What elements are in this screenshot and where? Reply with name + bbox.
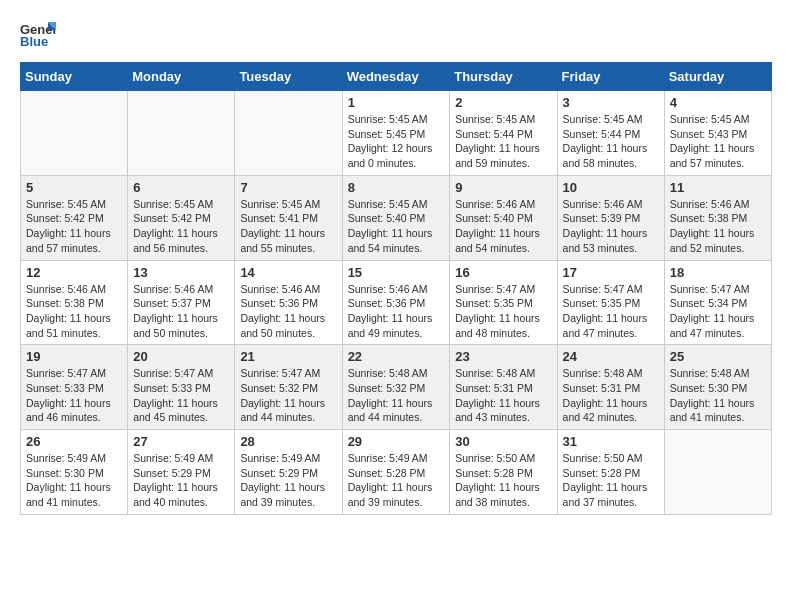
calendar-cell: 23Sunrise: 5:48 AM Sunset: 5:31 PM Dayli… xyxy=(450,345,557,430)
calendar-cell: 21Sunrise: 5:47 AM Sunset: 5:32 PM Dayli… xyxy=(235,345,342,430)
day-number: 29 xyxy=(348,434,445,449)
day-info: Sunrise: 5:46 AM Sunset: 5:36 PM Dayligh… xyxy=(348,282,445,341)
day-info: Sunrise: 5:47 AM Sunset: 5:35 PM Dayligh… xyxy=(455,282,551,341)
day-number: 27 xyxy=(133,434,229,449)
logo-icon: General Blue xyxy=(20,20,56,52)
day-number: 24 xyxy=(563,349,659,364)
day-number: 3 xyxy=(563,95,659,110)
calendar-cell: 6Sunrise: 5:45 AM Sunset: 5:42 PM Daylig… xyxy=(128,175,235,260)
calendar-cell: 7Sunrise: 5:45 AM Sunset: 5:41 PM Daylig… xyxy=(235,175,342,260)
day-number: 5 xyxy=(26,180,122,195)
day-number: 9 xyxy=(455,180,551,195)
calendar-cell: 27Sunrise: 5:49 AM Sunset: 5:29 PM Dayli… xyxy=(128,430,235,515)
day-info: Sunrise: 5:46 AM Sunset: 5:38 PM Dayligh… xyxy=(26,282,122,341)
day-number: 12 xyxy=(26,265,122,280)
day-info: Sunrise: 5:46 AM Sunset: 5:40 PM Dayligh… xyxy=(455,197,551,256)
day-info: Sunrise: 5:45 AM Sunset: 5:42 PM Dayligh… xyxy=(26,197,122,256)
calendar-cell: 8Sunrise: 5:45 AM Sunset: 5:40 PM Daylig… xyxy=(342,175,450,260)
day-number: 15 xyxy=(348,265,445,280)
day-info: Sunrise: 5:49 AM Sunset: 5:29 PM Dayligh… xyxy=(133,451,229,510)
day-info: Sunrise: 5:46 AM Sunset: 5:37 PM Dayligh… xyxy=(133,282,229,341)
day-number: 10 xyxy=(563,180,659,195)
calendar-cell: 31Sunrise: 5:50 AM Sunset: 5:28 PM Dayli… xyxy=(557,430,664,515)
calendar-cell: 1Sunrise: 5:45 AM Sunset: 5:45 PM Daylig… xyxy=(342,91,450,176)
day-info: Sunrise: 5:48 AM Sunset: 5:30 PM Dayligh… xyxy=(670,366,766,425)
calendar-cell: 26Sunrise: 5:49 AM Sunset: 5:30 PM Dayli… xyxy=(21,430,128,515)
day-info: Sunrise: 5:50 AM Sunset: 5:28 PM Dayligh… xyxy=(455,451,551,510)
calendar-week-row: 19Sunrise: 5:47 AM Sunset: 5:33 PM Dayli… xyxy=(21,345,772,430)
calendar-header-monday: Monday xyxy=(128,63,235,91)
day-info: Sunrise: 5:49 AM Sunset: 5:30 PM Dayligh… xyxy=(26,451,122,510)
day-number: 21 xyxy=(240,349,336,364)
day-info: Sunrise: 5:50 AM Sunset: 5:28 PM Dayligh… xyxy=(563,451,659,510)
day-info: Sunrise: 5:47 AM Sunset: 5:35 PM Dayligh… xyxy=(563,282,659,341)
day-number: 31 xyxy=(563,434,659,449)
day-number: 22 xyxy=(348,349,445,364)
calendar-header-wednesday: Wednesday xyxy=(342,63,450,91)
calendar-cell: 16Sunrise: 5:47 AM Sunset: 5:35 PM Dayli… xyxy=(450,260,557,345)
day-number: 16 xyxy=(455,265,551,280)
calendar-cell: 4Sunrise: 5:45 AM Sunset: 5:43 PM Daylig… xyxy=(664,91,771,176)
calendar-cell: 11Sunrise: 5:46 AM Sunset: 5:38 PM Dayli… xyxy=(664,175,771,260)
day-info: Sunrise: 5:47 AM Sunset: 5:32 PM Dayligh… xyxy=(240,366,336,425)
day-info: Sunrise: 5:47 AM Sunset: 5:33 PM Dayligh… xyxy=(133,366,229,425)
calendar-week-row: 5Sunrise: 5:45 AM Sunset: 5:42 PM Daylig… xyxy=(21,175,772,260)
calendar-cell xyxy=(235,91,342,176)
day-info: Sunrise: 5:45 AM Sunset: 5:40 PM Dayligh… xyxy=(348,197,445,256)
day-info: Sunrise: 5:49 AM Sunset: 5:29 PM Dayligh… xyxy=(240,451,336,510)
day-number: 4 xyxy=(670,95,766,110)
day-info: Sunrise: 5:45 AM Sunset: 5:41 PM Dayligh… xyxy=(240,197,336,256)
calendar-header-tuesday: Tuesday xyxy=(235,63,342,91)
day-number: 28 xyxy=(240,434,336,449)
calendar-week-row: 26Sunrise: 5:49 AM Sunset: 5:30 PM Dayli… xyxy=(21,430,772,515)
day-number: 26 xyxy=(26,434,122,449)
calendar-cell: 14Sunrise: 5:46 AM Sunset: 5:36 PM Dayli… xyxy=(235,260,342,345)
day-number: 25 xyxy=(670,349,766,364)
calendar-cell xyxy=(128,91,235,176)
day-info: Sunrise: 5:47 AM Sunset: 5:34 PM Dayligh… xyxy=(670,282,766,341)
day-number: 8 xyxy=(348,180,445,195)
svg-text:Blue: Blue xyxy=(20,34,48,48)
calendar-cell xyxy=(21,91,128,176)
calendar-cell: 12Sunrise: 5:46 AM Sunset: 5:38 PM Dayli… xyxy=(21,260,128,345)
calendar-cell xyxy=(664,430,771,515)
calendar-cell: 20Sunrise: 5:47 AM Sunset: 5:33 PM Dayli… xyxy=(128,345,235,430)
day-number: 30 xyxy=(455,434,551,449)
calendar-week-row: 12Sunrise: 5:46 AM Sunset: 5:38 PM Dayli… xyxy=(21,260,772,345)
day-info: Sunrise: 5:45 AM Sunset: 5:42 PM Dayligh… xyxy=(133,197,229,256)
day-number: 18 xyxy=(670,265,766,280)
day-info: Sunrise: 5:48 AM Sunset: 5:32 PM Dayligh… xyxy=(348,366,445,425)
calendar-header-sunday: Sunday xyxy=(21,63,128,91)
logo: General Blue xyxy=(20,20,56,52)
calendar-table: SundayMondayTuesdayWednesdayThursdayFrid… xyxy=(20,62,772,515)
calendar-cell: 3Sunrise: 5:45 AM Sunset: 5:44 PM Daylig… xyxy=(557,91,664,176)
day-number: 6 xyxy=(133,180,229,195)
calendar-cell: 15Sunrise: 5:46 AM Sunset: 5:36 PM Dayli… xyxy=(342,260,450,345)
calendar-header-row: SundayMondayTuesdayWednesdayThursdayFrid… xyxy=(21,63,772,91)
calendar-cell: 22Sunrise: 5:48 AM Sunset: 5:32 PM Dayli… xyxy=(342,345,450,430)
calendar-cell: 17Sunrise: 5:47 AM Sunset: 5:35 PM Dayli… xyxy=(557,260,664,345)
calendar-header-saturday: Saturday xyxy=(664,63,771,91)
calendar-cell: 5Sunrise: 5:45 AM Sunset: 5:42 PM Daylig… xyxy=(21,175,128,260)
day-info: Sunrise: 5:46 AM Sunset: 5:38 PM Dayligh… xyxy=(670,197,766,256)
day-number: 7 xyxy=(240,180,336,195)
calendar-cell: 30Sunrise: 5:50 AM Sunset: 5:28 PM Dayli… xyxy=(450,430,557,515)
day-number: 11 xyxy=(670,180,766,195)
day-info: Sunrise: 5:48 AM Sunset: 5:31 PM Dayligh… xyxy=(563,366,659,425)
calendar-cell: 29Sunrise: 5:49 AM Sunset: 5:28 PM Dayli… xyxy=(342,430,450,515)
day-info: Sunrise: 5:45 AM Sunset: 5:45 PM Dayligh… xyxy=(348,112,445,171)
calendar-cell: 10Sunrise: 5:46 AM Sunset: 5:39 PM Dayli… xyxy=(557,175,664,260)
day-number: 1 xyxy=(348,95,445,110)
day-info: Sunrise: 5:48 AM Sunset: 5:31 PM Dayligh… xyxy=(455,366,551,425)
day-info: Sunrise: 5:45 AM Sunset: 5:43 PM Dayligh… xyxy=(670,112,766,171)
day-info: Sunrise: 5:45 AM Sunset: 5:44 PM Dayligh… xyxy=(563,112,659,171)
calendar-cell: 2Sunrise: 5:45 AM Sunset: 5:44 PM Daylig… xyxy=(450,91,557,176)
calendar-cell: 18Sunrise: 5:47 AM Sunset: 5:34 PM Dayli… xyxy=(664,260,771,345)
calendar-cell: 28Sunrise: 5:49 AM Sunset: 5:29 PM Dayli… xyxy=(235,430,342,515)
day-number: 13 xyxy=(133,265,229,280)
calendar-cell: 25Sunrise: 5:48 AM Sunset: 5:30 PM Dayli… xyxy=(664,345,771,430)
day-info: Sunrise: 5:47 AM Sunset: 5:33 PM Dayligh… xyxy=(26,366,122,425)
calendar-header-thursday: Thursday xyxy=(450,63,557,91)
day-number: 20 xyxy=(133,349,229,364)
page-header: General Blue xyxy=(20,20,772,52)
